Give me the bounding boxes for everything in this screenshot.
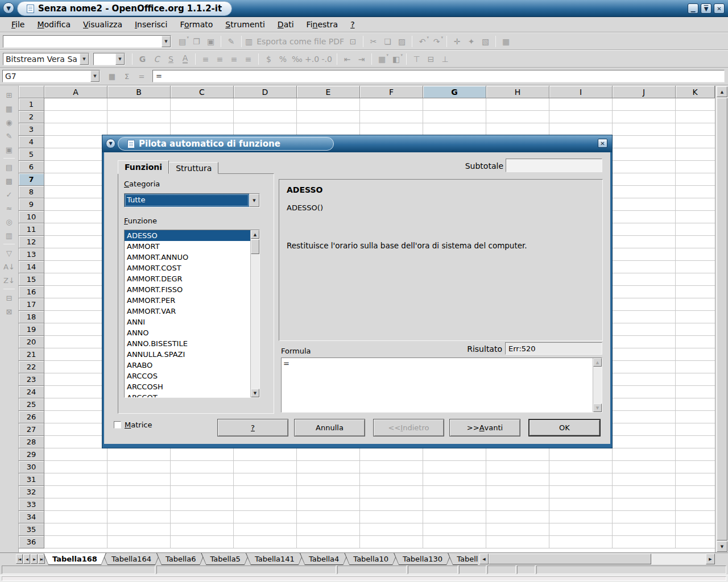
row-header-16[interactable]: 16 [19, 286, 44, 298]
vertical-scrollbar[interactable]: ▲ ▼ [715, 86, 728, 552]
function-list-item[interactable]: ARABO [125, 360, 250, 371]
row-header-36[interactable]: 36 [19, 536, 44, 548]
font-name-combo[interactable]: Bitstream Vera Sa▼ [3, 53, 89, 65]
scroll-down-icon[interactable]: ▼ [251, 389, 259, 397]
gallery-icon[interactable]: ▦ [499, 35, 512, 48]
sheet-tab-tabella5[interactable]: Tabella5 [201, 553, 249, 565]
scroll-up-icon[interactable]: ▲ [593, 358, 602, 367]
row-header-19[interactable]: 19 [19, 323, 44, 336]
align-vcenter-icon[interactable]: ⊟ [424, 52, 437, 65]
column-header-k[interactable]: K [676, 86, 715, 98]
menu-inserisci[interactable]: Inserisci [129, 18, 173, 31]
row-header-22[interactable]: 22 [19, 361, 44, 373]
close-icon[interactable]: ✕ [714, 3, 725, 14]
function-list-item[interactable]: ARCCOT [125, 392, 250, 398]
sheet-tab-tabella164[interactable]: Tabella164 [102, 553, 160, 565]
paste-icon[interactable]: ▨ [395, 35, 408, 48]
delete-decimal-icon[interactable]: -.0 [320, 52, 333, 65]
background-color-icon[interactable]: ◧▾ [390, 52, 403, 65]
decrease-indent-icon[interactable]: ⇤ [341, 52, 354, 65]
sheet-tab-tabella6[interactable]: Tabella6 [156, 553, 205, 565]
sum-icon[interactable]: Σ [121, 70, 133, 82]
underline-icon[interactable]: S [164, 52, 177, 65]
font-color-icon[interactable]: A [179, 52, 192, 65]
column-header-e[interactable]: E [297, 86, 360, 98]
hyperlink-icon[interactable]: ◉ [2, 115, 16, 129]
menu-file[interactable]: File [5, 18, 31, 31]
menu-finestra[interactable]: Finestra [300, 18, 345, 31]
row-header-3[interactable]: 3 [19, 123, 44, 136]
row-header-35[interactable]: 35 [19, 523, 44, 536]
column-header-b[interactable]: B [107, 86, 171, 98]
dropdown-icon[interactable]: ▼ [162, 36, 171, 47]
sheet-tab-tabella130[interactable]: Tabella130 [394, 553, 452, 565]
dropdown-icon[interactable]: ▼ [115, 53, 125, 65]
category-value[interactable]: Tutte [125, 194, 249, 207]
insert-sheet-icon[interactable]: ▤ [2, 160, 16, 174]
column-header-a[interactable]: A [44, 86, 107, 98]
window-menu-icon[interactable]: ▼ [3, 2, 14, 14]
formula-scrollbar[interactable]: ▲ ▼ [593, 358, 602, 412]
insert-object-icon[interactable]: ▣ [2, 143, 16, 156]
row-header-20[interactable]: 20 [19, 336, 44, 348]
sheet-tab-tabella168[interactable]: Tabella168 [44, 553, 106, 565]
function-list-item[interactable]: AMMORT.DEGR [125, 273, 250, 284]
row-header-11[interactable]: 11 [19, 223, 44, 236]
dialog-menu-icon[interactable]: ▼ [106, 139, 115, 148]
column-header-h[interactable]: H [486, 86, 549, 98]
row-header-23[interactable]: 23 [19, 373, 44, 386]
bold-icon[interactable]: G [136, 52, 149, 65]
function-list-item[interactable]: AMMORT.COST [125, 263, 250, 273]
menu-visualizza[interactable]: Visualizza [77, 18, 129, 31]
scrollbar-thumb[interactable] [251, 239, 259, 254]
row-header-17[interactable]: 17 [19, 298, 44, 311]
minimize-icon[interactable]: ▁ [688, 3, 698, 14]
horizontal-scrollbar[interactable]: ◀ ▶ [479, 554, 715, 564]
menu-strumenti[interactable]: Strumenti [219, 18, 271, 31]
standard-format-icon[interactable]: ‰ [291, 52, 304, 65]
horizontal-scrollbar-track[interactable] [651, 554, 706, 564]
formula-edit-box[interactable]: = ▲ ▼ [281, 357, 602, 413]
row-header-2[interactable]: 2 [19, 111, 44, 123]
borders-icon[interactable]: ▦▾ [375, 52, 388, 65]
dialog-close-icon[interactable]: ✕ [598, 139, 607, 148]
sheet-tab-tabella4[interactable]: Tabella4 [300, 553, 348, 565]
row-header-24[interactable]: 24 [19, 386, 44, 398]
export-pdf-icon[interactable]: ▥Esporta come file PDF [245, 35, 345, 48]
function-list-item[interactable]: ARCCOSH [125, 381, 250, 392]
sort-descending-icon[interactable]: Z↓ [2, 273, 16, 287]
sheet-tab-tabella141[interactable]: Tabella141 [246, 553, 304, 565]
first-sheet-icon[interactable]: |◀ [16, 554, 23, 564]
url-combo-value[interactable] [3, 36, 162, 47]
function-list-item[interactable]: ANNO [125, 327, 250, 338]
row-header-25[interactable]: 25 [19, 398, 44, 411]
save-icon[interactable]: ▣ [204, 35, 217, 48]
nonprinting-characters-icon[interactable]: ✦ [465, 35, 478, 48]
function-list-item[interactable]: ADESSO [125, 230, 250, 241]
find-replace-icon[interactable]: ◎ [2, 215, 16, 228]
print-icon[interactable]: ⊡ [346, 35, 359, 48]
function-list-scrollbar[interactable]: ▲ ▼ [250, 230, 259, 397]
autofilter-icon[interactable]: ▽ [2, 246, 16, 260]
sort-ascending-icon[interactable]: A↓ [2, 260, 16, 273]
row-header-27[interactable]: 27 [19, 423, 44, 436]
function-autopilot-icon[interactable]: ▦ [106, 70, 118, 82]
formula-text[interactable]: = [283, 359, 289, 368]
subtotal-field[interactable] [506, 159, 602, 172]
currency-format-icon[interactable]: $ [262, 52, 275, 65]
insert-icon[interactable]: ⊞ [2, 88, 16, 102]
edit-file-icon[interactable]: ✎ [225, 35, 238, 48]
scroll-left-icon[interactable]: ◀ [479, 554, 489, 564]
datasources-icon[interactable]: ▥ [2, 228, 16, 242]
menu-formato[interactable]: Formato [173, 18, 219, 31]
back-button[interactable]: << Indietro [373, 419, 444, 436]
function-list-item[interactable]: AMMORT.PER [125, 295, 250, 306]
align-top-icon[interactable]: ⊤ [410, 52, 423, 65]
row-header-4[interactable]: 4 [19, 136, 44, 148]
row-header-13[interactable]: 13 [19, 248, 44, 261]
function-list-item[interactable]: AMMORT.FISSO [125, 284, 250, 295]
row-header-6[interactable]: 6 [19, 161, 44, 173]
function-list-item[interactable]: ARCCOS [125, 371, 250, 381]
category-combo[interactable]: Tutte ▼ [124, 193, 260, 207]
row-header-32[interactable]: 32 [19, 486, 44, 498]
